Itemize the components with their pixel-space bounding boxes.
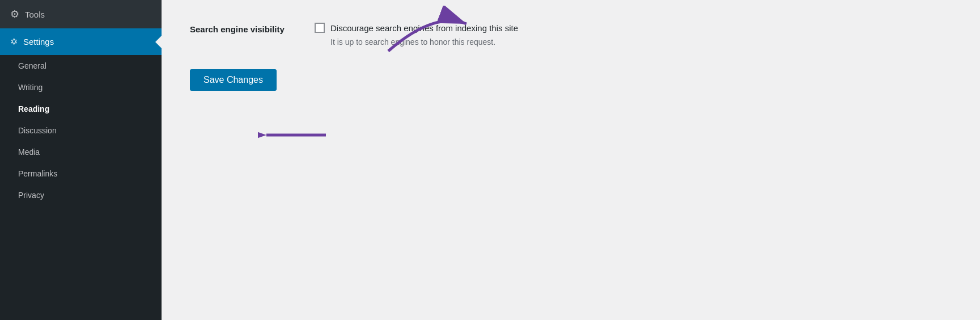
sidebar-item-privacy[interactable]: Privacy bbox=[0, 184, 162, 206]
main-content: Search engine visibility Discourage sear… bbox=[162, 0, 980, 320]
search-engine-field-label: Search engine visibility bbox=[190, 23, 315, 34]
sidebar-item-discussion[interactable]: Discussion bbox=[0, 120, 162, 141]
field-content: Discourage search engines from indexing … bbox=[315, 23, 518, 47]
tools-icon: ⚙ bbox=[10, 8, 19, 20]
sidebar-tools-label: Tools bbox=[25, 10, 45, 19]
settings-sub-menu: GeneralWritingReadingDiscussionMediaPerm… bbox=[0, 55, 162, 206]
sidebar-item-settings[interactable]: ✡ Settings bbox=[0, 28, 162, 55]
annotation-arrow-2 bbox=[258, 124, 332, 146]
settings-icon: ✡ bbox=[10, 36, 18, 47]
sidebar-item-tools[interactable]: ⚙ Tools bbox=[0, 0, 162, 28]
checkbox-row: Discourage search engines from indexing … bbox=[315, 23, 518, 33]
sidebar-item-media[interactable]: Media bbox=[0, 141, 162, 163]
sidebar: ⚙ Tools ✡ Settings GeneralWritingReading… bbox=[0, 0, 162, 320]
sidebar-item-reading[interactable]: Reading bbox=[0, 98, 162, 120]
field-description: It is up to search engines to honor this… bbox=[330, 37, 518, 47]
search-engine-visibility-row: Search engine visibility Discourage sear… bbox=[190, 23, 952, 47]
sidebar-item-general[interactable]: General bbox=[0, 55, 162, 77]
sidebar-item-permalinks[interactable]: Permalinks bbox=[0, 163, 162, 184]
sidebar-item-writing[interactable]: Writing bbox=[0, 77, 162, 98]
sidebar-settings-label: Settings bbox=[23, 37, 54, 47]
search-engine-visibility-checkbox[interactable] bbox=[315, 23, 325, 33]
save-changes-button[interactable]: Save Changes bbox=[190, 69, 277, 91]
checkbox-label[interactable]: Discourage search engines from indexing … bbox=[330, 23, 518, 33]
